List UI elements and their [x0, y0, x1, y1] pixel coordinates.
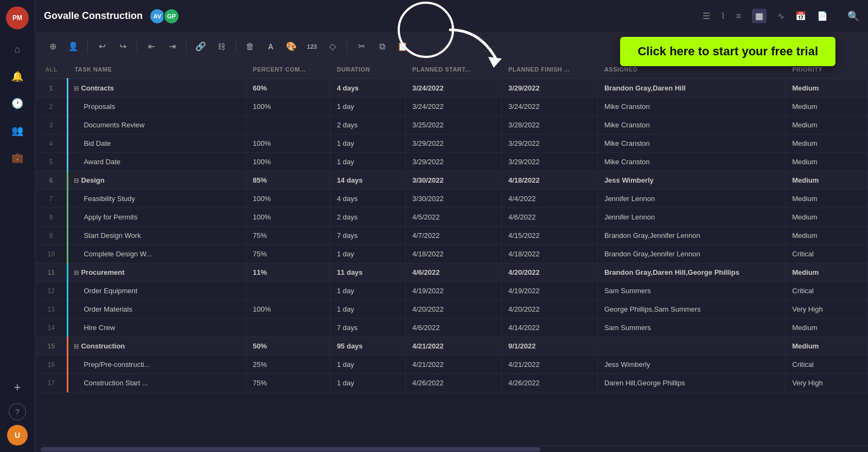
row-percent: 11% [246, 263, 330, 282]
table-row[interactable]: 1⊟Contracts60%4 days3/24/20223/29/2022Br… [35, 79, 868, 98]
sidebar-item-help[interactable]: ? [9, 403, 26, 421]
table-row[interactable]: 14Hire Crew7 days4/6/20224/14/2022Sam Su… [35, 319, 868, 337]
row-assigned: Mike Cranston [597, 116, 785, 134]
cut-button[interactable]: ✂ [353, 38, 370, 55]
unlink-button[interactable]: ⛓ [213, 38, 230, 55]
row-assigned: Daren Hill,George Phillips [597, 374, 785, 392]
row-task-name: Start Design Work [68, 227, 246, 245]
gantt-view-icon[interactable]: ⌇ [721, 11, 725, 21]
indent-right-button[interactable]: ⇥ [163, 38, 181, 55]
table-row[interactable]: 2Proposals100%1 day3/24/20223/24/2022Mik… [35, 98, 868, 116]
table-row[interactable]: 12Order Equipment1 day4/19/20224/19/2022… [35, 282, 868, 300]
sidebar-user-avatar[interactable]: U [7, 425, 28, 445]
table-view-icon[interactable]: ▦ [752, 9, 767, 23]
shape-button[interactable]: ◇ [324, 38, 341, 55]
table-row[interactable]: 4Bid Date100%1 day3/29/20223/29/2022Mike… [35, 134, 868, 153]
app-logo[interactable]: PM [6, 7, 29, 29]
toolbar-separator-5 [347, 40, 347, 53]
table-row[interactable]: 11⊟Procurement11%11 days4/6/20224/20/202… [35, 263, 868, 282]
row-priority: Medium [786, 190, 868, 208]
expand-icon[interactable]: ⊟ [74, 269, 79, 276]
sidebar-item-time[interactable]: 🕐 [6, 92, 29, 115]
waveform-icon[interactable]: ∿ [777, 11, 784, 21]
undo-button[interactable]: ↩ [93, 38, 111, 55]
delete-button[interactable]: 🗑 [241, 38, 259, 55]
horizontal-scrollbar[interactable] [35, 445, 868, 452]
row-percent: 100% [246, 134, 330, 153]
row-duration: 1 day [330, 134, 405, 153]
table-row[interactable]: 3Documents Review2 days3/25/20223/28/202… [35, 116, 868, 134]
list-view-icon[interactable]: ☰ [703, 11, 710, 21]
row-percent: 85% [246, 171, 330, 190]
add-person-button[interactable]: 👤 [65, 38, 82, 55]
table-row[interactable]: 5Award Date100%1 day3/29/20223/29/2022Mi… [35, 153, 868, 171]
row-duration: 7 days [330, 227, 405, 245]
row-number: 10 [35, 245, 68, 263]
redo-button[interactable]: ↪ [114, 38, 131, 55]
table-row[interactable]: 17Construction Start ...75%1 day4/26/202… [35, 374, 868, 392]
row-task-name: Award Date [68, 153, 246, 171]
row-planned-start: 3/29/2022 [405, 134, 501, 153]
row-number: 13 [35, 300, 68, 319]
sidebar-item-notifications[interactable]: 🔔 [6, 65, 29, 88]
row-duration: 7 days [330, 319, 405, 337]
row-percent: 75% [246, 227, 330, 245]
row-number: 12 [35, 282, 68, 300]
sidebar-item-home[interactable]: ⌂ [6, 38, 29, 61]
row-assigned: Brandon Gray,Daren Hill,George Phillips [597, 263, 785, 282]
row-duration: 11 days [330, 263, 405, 282]
table-row[interactable]: 13Order Materials100%1 day4/20/20224/20/… [35, 300, 868, 319]
row-priority: Critical [786, 356, 868, 374]
indent-left-button[interactable]: ⇤ [143, 38, 160, 55]
table-row[interactable]: 16Prep/Pre-constructi...25%1 day4/21/202… [35, 356, 868, 374]
table-row[interactable]: 9Start Design Work75%7 days4/7/20224/15/… [35, 227, 868, 245]
col-header-planned-finish: PLANNED FINISH ... [501, 61, 597, 79]
sidebar-item-team[interactable]: 👥 [6, 119, 29, 142]
copy-button[interactable]: ⧉ [373, 38, 391, 55]
row-task-name: Apply for Permits [68, 208, 246, 227]
expand-icon[interactable]: ⊟ [74, 343, 79, 350]
row-number: 7 [35, 190, 68, 208]
table-row[interactable]: 15⊟Construction50%95 days4/21/20229/1/20… [35, 337, 868, 356]
color-button[interactable]: 🎨 [283, 38, 300, 55]
row-planned-start: 4/26/2022 [405, 374, 501, 392]
font-button[interactable]: A [262, 38, 279, 55]
scrollbar-thumb [41, 447, 540, 451]
expand-icon[interactable]: ⊟ [74, 85, 79, 92]
row-priority: Medium [786, 337, 868, 356]
row-priority: Critical [786, 245, 868, 263]
avatar-2[interactable]: GP [163, 8, 180, 24]
row-task-name: ⊟Construction [68, 337, 246, 356]
grid-view-icon[interactable]: ≡ [736, 11, 741, 21]
row-assigned: Mike Cranston [597, 134, 785, 153]
calendar-view-icon[interactable]: 📅 [795, 11, 806, 21]
number-format-button[interactable]: 123 [303, 38, 321, 55]
free-trial-banner[interactable]: Click here to start your free trial [620, 37, 835, 66]
col-header-planned-start: PLANNED START... [405, 61, 501, 79]
row-planned-start: 4/21/2022 [405, 337, 501, 356]
table-row[interactable]: 7Feasibility Study100%4 days3/30/20224/4… [35, 190, 868, 208]
paste-button[interactable]: 📋 [394, 38, 411, 55]
project-title: Govalle Construction [44, 10, 143, 22]
add-task-button[interactable]: ⊕ [44, 38, 61, 55]
sidebar-item-portfolio[interactable]: 💼 [6, 146, 29, 169]
row-assigned: Jess Wimberly [597, 356, 785, 374]
row-duration: 1 day [330, 282, 405, 300]
table-row[interactable]: 8Apply for Permits100%2 days4/5/20224/6/… [35, 208, 868, 227]
row-assigned: Mike Cranston [597, 98, 785, 116]
row-priority: Very High [786, 374, 868, 392]
topbar-avatars: AV GP [149, 8, 180, 24]
sidebar-item-add[interactable]: + [6, 376, 29, 399]
table-row[interactable]: 6⊟Design85%14 days3/30/20224/18/2022Jess… [35, 171, 868, 190]
row-percent [246, 116, 330, 134]
row-planned-finish: 4/6/2022 [501, 208, 597, 227]
row-assigned: Jess Wimberly [597, 171, 785, 190]
row-number: 11 [35, 263, 68, 282]
table-row[interactable]: 10Complete Design W...75%1 day4/18/20224… [35, 245, 868, 263]
file-view-icon[interactable]: 📄 [817, 11, 828, 21]
search-icon[interactable]: 🔍 [847, 10, 859, 22]
row-planned-start: 4/5/2022 [405, 208, 501, 227]
expand-icon[interactable]: ⊟ [74, 177, 79, 184]
link-button[interactable]: 🔗 [192, 38, 209, 55]
col-header-duration: DURATION [330, 61, 405, 79]
